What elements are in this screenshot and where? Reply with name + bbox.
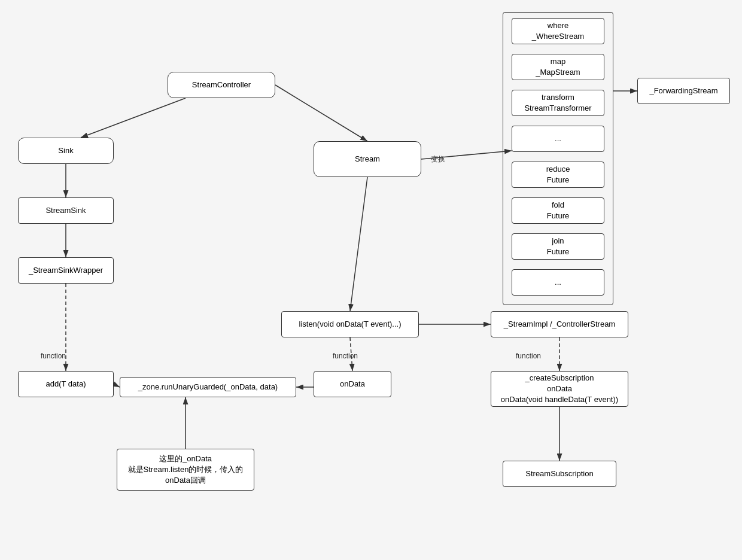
- funcLabel1: function: [41, 352, 66, 360]
- svg-line-3: [275, 85, 367, 141]
- foldFuture: fold Future: [512, 197, 604, 224]
- streamImpl: _StreamImpl /_ControllerStream: [491, 311, 628, 337]
- createSub: _createSubscription onData onData(void h…: [491, 371, 628, 407]
- forwardingStream: _ForwardingStream: [637, 78, 730, 104]
- listenVoid: listen(void onData(T event)...): [281, 311, 419, 337]
- ellipsis1: ...: [512, 126, 604, 152]
- svg-line-2: [81, 98, 186, 138]
- stream: Stream: [314, 141, 421, 177]
- chineseNote: 这里的_onData 就是Stream.listen的时候，传入的 onData…: [117, 449, 254, 491]
- zoneRunUnary: _zone.runUnaryGuarded(_onData, data): [120, 377, 296, 397]
- funcLabel2: function: [333, 352, 358, 360]
- streamSubscription: StreamSubscription: [503, 461, 616, 487]
- streamSinkWrapper: _StreamSinkWrapper: [18, 257, 114, 284]
- sink: Sink: [18, 138, 114, 164]
- svg-line-14: [114, 384, 120, 387]
- addTData: add(T data): [18, 371, 114, 397]
- onData: onData: [314, 371, 391, 397]
- diagram-container: StreamControllerSinkStreamSink_StreamSin…: [0, 0, 742, 560]
- svg-line-7: [350, 177, 367, 311]
- ellipsis2: ...: [512, 269, 604, 296]
- transformStreamTransformer: transform StreamTransformer: [512, 90, 604, 116]
- streamController: StreamController: [168, 72, 275, 98]
- mapMapStream: map _MapStream: [512, 54, 604, 80]
- joinFuture: join Future: [512, 233, 604, 260]
- bianhuan: 变换: [431, 154, 445, 165]
- streamSink: StreamSink: [18, 197, 114, 224]
- whereWhereStream: where _WhereStream: [512, 18, 604, 44]
- reduceFuture: reduce Future: [512, 162, 604, 188]
- funcLabel3: function: [516, 352, 541, 360]
